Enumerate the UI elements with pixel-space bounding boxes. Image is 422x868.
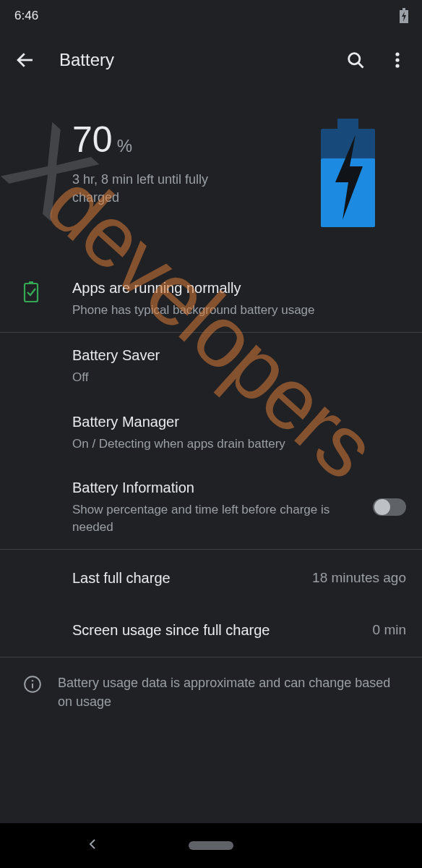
apps-running-sub: Phone has typical background battery usa…: [72, 302, 406, 319]
battery-info-sub: Show percentage and time left before cha…: [72, 501, 356, 536]
svg-point-8: [395, 64, 399, 67]
screen-usage-row[interactable]: Screen usage since full charge 0 min: [0, 603, 422, 657]
svg-line-5: [358, 63, 363, 68]
battery-summary: 70 % 3 hr, 8 min left until fully charge…: [0, 104, 422, 265]
info-footer-text: Battery usage data is approximate and ca…: [58, 673, 406, 711]
nav-home-pill[interactable]: [189, 841, 233, 850]
battery-saver-sub: Off: [72, 369, 406, 386]
back-button[interactable]: [14, 49, 49, 71]
battery-info-title: Battery Information: [72, 478, 356, 497]
battery-percent-unit: %: [117, 136, 132, 156]
battery-saver-title: Battery Saver: [72, 346, 406, 365]
screen-usage-value: 0 min: [373, 622, 406, 638]
more-menu-button[interactable]: [387, 50, 408, 70]
status-bar: 6:46: [0, 0, 422, 32]
nav-back-button[interactable]: [87, 838, 98, 853]
header: Battery: [0, 32, 422, 100]
charge-time-message: 3 hr, 8 min left until fully charged: [72, 171, 253, 207]
battery-info-row[interactable]: Battery Information Show percentage and …: [0, 465, 422, 549]
svg-point-4: [349, 54, 360, 64]
svg-point-7: [395, 58, 399, 61]
last-full-charge-title: Last full charge: [72, 569, 303, 587]
svg-rect-9: [337, 119, 358, 129]
battery-manager-row[interactable]: Battery Manager On / Detecting when apps…: [0, 399, 422, 466]
status-battery-charging-icon: [399, 8, 409, 24]
info-icon: [23, 673, 42, 697]
last-full-charge-row[interactable]: Last full charge 18 minutes ago: [0, 550, 422, 603]
last-full-charge-value: 18 minutes ago: [312, 570, 406, 586]
battery-manager-title: Battery Manager: [72, 412, 406, 431]
search-button[interactable]: [345, 50, 366, 70]
svg-point-17: [32, 680, 33, 681]
svg-rect-0: [402, 8, 405, 10]
page-title: Battery: [49, 50, 345, 70]
navigation-bar: [0, 823, 422, 868]
apps-running-row[interactable]: Apps are running normally Phone has typi…: [0, 265, 422, 332]
svg-point-6: [395, 52, 399, 56]
battery-manager-sub: On / Detecting when apps drain battery: [72, 435, 406, 453]
battery-info-toggle[interactable]: [373, 498, 406, 516]
battery-illustration-icon: [314, 119, 382, 226]
svg-rect-14: [25, 284, 38, 302]
battery-ok-icon: [23, 278, 72, 303]
apps-running-title: Apps are running normally: [72, 278, 406, 297]
battery-percent: 70: [72, 119, 113, 161]
status-time: 6:46: [14, 9, 38, 23]
battery-saver-row[interactable]: Battery Saver Off: [0, 333, 422, 399]
info-footer: Battery usage data is approximate and ca…: [0, 658, 422, 727]
screen-usage-title: Screen usage since full charge: [72, 621, 356, 639]
